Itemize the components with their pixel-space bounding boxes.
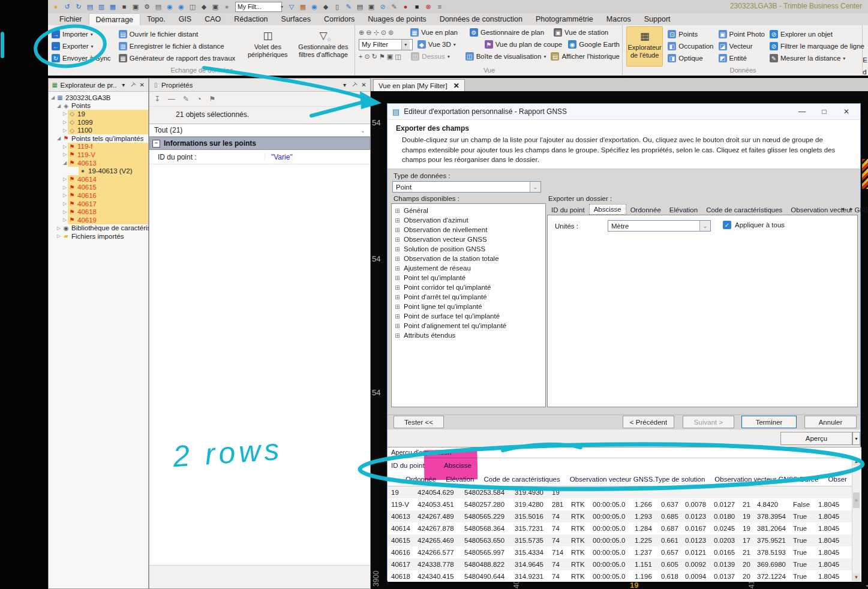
tree-item[interactable]: ▷ ⚑ 40617 [49,200,148,208]
zoom-tool-icon[interactable]: ⊙ [381,29,386,37]
tree-expander-icon[interactable]: ▷ [62,209,68,215]
quickbar-icon[interactable]: ▣ [367,2,376,11]
quickbar-icon[interactable]: ✎ [389,2,399,11]
collapse-icon[interactable]: − [152,140,160,148]
data-type-combo[interactable]: Point⌄ [392,181,541,193]
ribbon-button[interactable]: ◩ Entité [719,52,765,64]
tree-item[interactable]: ▷ ⚑ 119-f [49,143,148,151]
quickbar-icon[interactable]: ▣ [211,2,220,11]
preview-dropdown-icon[interactable]: ▾ [852,432,860,445]
expand-plus-icon[interactable]: ⊞ [394,303,401,310]
quickbar-icon[interactable]: ↺ [62,2,72,11]
quickbar-icon[interactable]: ● [51,2,61,11]
tree-expander-icon[interactable]: ▷ [56,233,62,239]
expand-plus-icon[interactable]: ⊞ [394,246,401,253]
tree-item[interactable]: ▷ ⚑ 40618 [49,208,148,216]
field-group-item[interactable]: ⊞ Ajustement de réseau [394,263,545,273]
finish-button[interactable]: Terminer [741,416,797,428]
zoom-tool-icon[interactable]: ⊚ [388,29,394,37]
tab-vue-en-plan[interactable]: Vue en plan [My Filter] ✕ [373,79,465,91]
column-header[interactable]: Observation vecteur GNSS.Durée [714,476,818,483]
boite-visualisation-button[interactable]: ◫ Boîte de visualisation▾ [465,50,546,62]
properties-tool-icon[interactable]: ◔ [197,95,201,103]
properties-tool-icon[interactable]: — [168,95,175,103]
scroll-thumb[interactable]: ≡ [853,492,860,508]
ribbon-tab[interactable]: CAO [198,13,227,25]
quick-filter-combo[interactable]: My Filt... ▾ [235,2,283,12]
tree-item[interactable]: ▷ ◇ 19 [49,110,148,118]
ribbon-tab[interactable]: Surfaces [275,13,317,25]
tree-item[interactable]: ▷ ⚑ 119-V [49,151,148,159]
tab-scroll-right-icon[interactable]: ► [848,205,855,213]
chevron-down-icon[interactable]: ▾ [120,82,127,88]
tree-item[interactable]: ◢ ⚑ 40613 [49,159,148,167]
field-group-item[interactable]: ⊞ Point tel qu'implanté [394,273,545,283]
quickbar-icon[interactable]: ▯ [332,2,342,11]
ribbon-button[interactable]: ▤ Ouvrir le fichier distant [119,28,241,40]
table-row[interactable]: 40614424267.878 5480568.364315.7231 74RT… [388,522,852,534]
table-row[interactable]: 40613424267.489 5480565.229315.5016 74RT… [388,510,852,522]
display-filters-button[interactable]: ▽ ☆ Gestionnaire des filtres d'affichage [295,26,352,67]
expand-plus-icon[interactable]: ⊞ [394,294,401,300]
field-group-item[interactable]: ⊞ Observation d'azimut [394,215,545,225]
tree-expander-icon[interactable]: ◢ [56,103,62,109]
table-row[interactable]: 40618424340.415 5480490.644314.9231 74RT… [388,570,852,582]
apply-all-checkbox[interactable]: ✓ [723,221,731,229]
field-group-item[interactable]: ⊞ Attributs étendus [394,330,545,340]
ribbon-tab[interactable]: Rédaction [227,13,274,25]
field-group-item[interactable]: ⊞ Observation de nivellement [394,225,545,235]
quickbar-icon[interactable]: ■ [412,2,422,11]
scroll-up-icon[interactable]: ▲ [852,458,860,465]
pin-icon[interactable]: ⊤ [128,80,138,90]
ribbon-button[interactable]: ⊘ Filtrer le marquage de ligne [770,40,860,52]
nav-tool-icon[interactable]: + [359,53,362,60]
quickbar-icon[interactable]: ↻ [74,2,83,11]
next-button[interactable]: Suivant > [683,416,734,428]
close-icon[interactable]: ✕ [360,82,368,88]
quickbar-icon[interactable]: ▦ [108,2,118,11]
chevron-down-icon[interactable]: ⌄ [699,221,710,231]
tree-expander-icon[interactable]: ◢ [56,136,62,141]
properties-tool-icon[interactable]: ↧ [154,95,160,103]
column-header[interactable]: Observation vecteur GNSS.Type de solutio… [570,476,705,483]
export-field-tab[interactable]: Abscisse [589,204,626,215]
property-value[interactable]: "Varie" [265,153,293,161]
zoom-tool-icon[interactable]: ⊖ [366,29,371,37]
ribbon-tab[interactable]: Photogrammétrie [529,13,600,25]
export-field-tab[interactable]: Ordonnée [626,205,665,215]
ribbon-tab[interactable]: Corridors [317,13,361,25]
tree-item[interactable]: ▷ ◇ 1099 [49,118,148,127]
properties-tool-icon[interactable]: ✎ [183,95,189,103]
quickbar-icon[interactable]: ◆ [321,2,331,11]
column-header[interactable]: Obser [828,476,847,483]
pin-icon[interactable]: ⊤ [349,80,359,90]
quickbar-icon[interactable]: ≡ [435,2,444,11]
ribbon-button[interactable]: ⊘ Explorer un objet [770,28,860,40]
tree-expander-icon[interactable]: ▷ [62,128,68,133]
expand-plus-icon[interactable]: ⊞ [394,275,401,281]
export-field-tab[interactable]: Observation vecteur GNSS.Ty [786,205,868,215]
quickbar-icon[interactable]: ▥ [97,2,106,11]
ribbon-button[interactable]: ▣ Point Photo [719,28,765,40]
historique-button[interactable]: ▤ Afficher l'historique [551,50,620,62]
ribbon-button[interactable]: ⊡ Points [668,28,713,40]
tree-item[interactable]: ▷ ⚑ 40615 [49,184,148,192]
ribbon-button[interactable]: ▥ Enregistrer le fichier à distance [119,40,241,52]
ribbon-tab[interactable]: Topo. [140,13,172,25]
ribbon-tab[interactable]: Données de construction [433,13,529,25]
tree-item[interactable]: ▷ ◇ 1100 [49,126,148,134]
chevron-down-icon[interactable]: ▾ [341,82,349,88]
quickbar-icon[interactable]: ▣ [131,2,140,11]
quickbar-icon[interactable]: ▤ [355,2,365,11]
field-group-item[interactable]: ⊞ Général [394,206,545,215]
export-field-tab[interactable]: ID du point [547,205,589,215]
zoom-tool-icon[interactable]: ⊕ [359,29,364,37]
expand-plus-icon[interactable]: ⊞ [394,208,401,214]
ribbon-button[interactable]: → Importer▾ [52,28,114,40]
quick-filter-value[interactable]: My Filt... [235,2,282,12]
dialog-title-bar[interactable]: ▤ Editeur d'exportation personnalisé - R… [388,104,860,120]
selection-scope-combo[interactable]: Tout (21)⌄ [149,124,370,137]
tree-item[interactable]: ✶ 19-40613 (V2) [49,167,148,175]
expand-plus-icon[interactable]: ⊞ [394,236,401,243]
expand-plus-icon[interactable]: ⊞ [394,217,401,224]
